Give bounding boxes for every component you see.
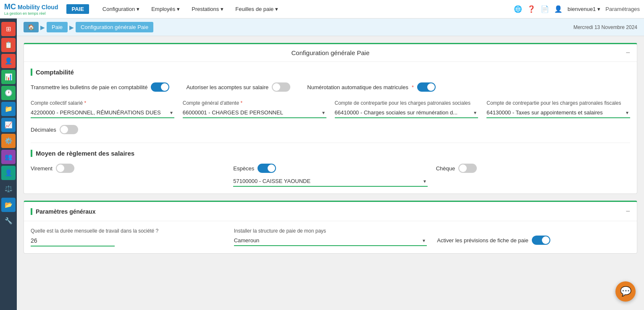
toggle-numerotation[interactable] bbox=[417, 82, 436, 92]
section-moyen-title: Moyen de règlement des salaires bbox=[31, 150, 630, 157]
logo-tagline: La gestion en temps réel bbox=[4, 11, 58, 16]
chevron-down-icon-3: ▾ bbox=[474, 110, 476, 116]
sidebar-item-9[interactable]: 👤 bbox=[1, 166, 16, 180]
card-header-parametres: Paramètres généraux − bbox=[24, 202, 637, 221]
toggle-virement[interactable] bbox=[56, 164, 74, 173]
structure-value: Cameroun bbox=[234, 237, 417, 244]
toggle-especes[interactable] bbox=[258, 164, 276, 173]
module-badge: PAIE bbox=[66, 4, 89, 14]
parametrages-link[interactable]: Paramétrages bbox=[605, 6, 640, 12]
compte-collectif-select[interactable]: 42200000 - PERSONNEL, RÉMUNÉRATIONS DUES… bbox=[31, 108, 174, 118]
moyen-reglement-grid: Virement Espèces bbox=[31, 164, 630, 187]
sidebar-item-4[interactable]: 🕐 bbox=[1, 86, 16, 100]
toggle-previsions[interactable] bbox=[532, 236, 550, 245]
chevron-down-icon-2: ▾ bbox=[322, 110, 325, 116]
compte-patronale-fiscales-select[interactable]: 64130000 - Taxes sur appointements et sa… bbox=[486, 108, 630, 118]
toggle-decimales[interactable] bbox=[60, 125, 78, 134]
sidebar-home[interactable]: ⊞ bbox=[1, 22, 16, 36]
previsions-label: Activer les prévisions de fiche de paie bbox=[437, 237, 528, 244]
main-content: 🏠 ▶ Paie ▶ Configuration générale Paie M… bbox=[17, 19, 644, 267]
duree-label: Quelle est la durée mensuelle de travail… bbox=[31, 228, 224, 234]
logo-mc: MC bbox=[4, 3, 16, 11]
toggle-autoriser[interactable] bbox=[272, 82, 290, 92]
compte-collectif-label: Compte collectif salarié * bbox=[31, 100, 174, 106]
cheque-label: Chèque bbox=[436, 165, 455, 172]
card-title: Configuration générale Paie bbox=[292, 49, 370, 56]
numerotation-required: * bbox=[412, 84, 414, 90]
cheque-toggle-row: Chèque bbox=[436, 164, 630, 173]
sidebar-item-8[interactable]: 👥 bbox=[1, 150, 16, 164]
doc-icon[interactable]: 📄 bbox=[541, 5, 549, 13]
toggle-numerotation-label: Numérotation automatique des matricules bbox=[307, 84, 408, 90]
sidebar-item-3[interactable]: 📊 bbox=[1, 70, 16, 84]
nav-configuration[interactable]: Configuration ▾ bbox=[97, 3, 145, 15]
section-divider bbox=[31, 143, 630, 143]
compte-patronale-fiscales-group: Compte de contrepartie pour les charges … bbox=[486, 100, 630, 118]
sidebar-item-2[interactable]: 👤 bbox=[1, 54, 16, 68]
breadcrumb-sep-1: ▶ bbox=[40, 24, 45, 31]
nav-feuilles-paie[interactable]: Feuilles de paie ▾ bbox=[230, 3, 283, 15]
compte-patronale-sociales-select[interactable]: 66410000 - Charges sociales sur rémunéra… bbox=[335, 108, 478, 118]
compte-patronale-fiscales-label: Compte de contrepartie pour les charges … bbox=[486, 100, 630, 106]
sidebar: ⊞ 📋 👤 📊 🕐 📁 📈 ⚙️ 👥 👤 ⚖️ 📂 🔧 bbox=[0, 19, 17, 267]
cheque-group: Chèque bbox=[436, 164, 630, 187]
breadcrumb-config[interactable]: Configuration générale Paie bbox=[76, 22, 153, 32]
sidebar-item-12[interactable]: 🔧 bbox=[1, 214, 16, 228]
selects-row-1: Compte collectif salarié * 42200000 - PE… bbox=[31, 100, 630, 118]
compte-patronale-sociales-value: 66410000 - Charges sociales sur rémunéra… bbox=[335, 109, 468, 116]
nav-right: 🌐 ❓ 📄 👤 bienvenue1 ▾ Paramétrages bbox=[514, 5, 640, 13]
user-menu[interactable]: bienvenue1 ▾ bbox=[568, 6, 600, 12]
card-body-parametres: Quelle est la durée mensuelle de travail… bbox=[24, 221, 637, 253]
card-parametres: Paramètres généraux − Quelle est la duré… bbox=[24, 201, 637, 254]
card-body-comptabilite: Comptabilité Transmettre les bulletins d… bbox=[24, 62, 637, 193]
sidebar-item-7[interactable]: ⚙️ bbox=[1, 134, 16, 148]
sidebar-item-6[interactable]: 📈 bbox=[1, 118, 16, 132]
nav-employes[interactable]: Employés ▾ bbox=[146, 3, 185, 15]
sidebar-item-1[interactable]: 📋 bbox=[1, 38, 16, 52]
sidebar-item-11[interactable]: 📂 bbox=[1, 198, 16, 212]
duree-input[interactable] bbox=[31, 236, 115, 246]
breadcrumb-home[interactable]: 🏠 bbox=[24, 22, 39, 32]
previsions-group: Activer les prévisions de fiche de paie bbox=[437, 236, 630, 245]
toggle-transmettre[interactable] bbox=[151, 82, 169, 92]
compte-patronale-fiscales-value: 64130000 - Taxes sur appointements et sa… bbox=[486, 109, 620, 116]
breadcrumb-paie[interactable]: Paie bbox=[47, 22, 68, 32]
nav-menu: Configuration ▾ Employés ▾ Prestations ▾… bbox=[97, 3, 514, 15]
nav-prestations[interactable]: Prestations ▾ bbox=[187, 3, 229, 15]
compte-attente-select[interactable]: 66000001 - CHARGES DE PERSONNEL ▾ bbox=[183, 108, 326, 118]
home-icon: 🏠 bbox=[28, 24, 34, 30]
compte-attente-value: 66000001 - CHARGES DE PERSONNEL bbox=[183, 109, 316, 116]
compte-patronale-sociales-label: Compte de contrepartie pour les charges … bbox=[335, 100, 478, 106]
logo-brand: Mobility Cloud bbox=[18, 4, 58, 11]
caisse-select[interactable]: 57100000 - CAISSE YAOUNDE ▾ bbox=[233, 176, 427, 187]
card-collapse-btn[interactable]: − bbox=[626, 48, 630, 57]
virement-label: Virement bbox=[31, 165, 53, 172]
especes-label: Espèces bbox=[233, 165, 254, 172]
decimales-label: Décimales bbox=[31, 127, 56, 133]
card-header-comptabilite: Configuration générale Paie − bbox=[24, 44, 637, 62]
sidebar-item-5[interactable]: 📁 bbox=[1, 102, 16, 116]
chevron-down-icon-1: ▾ bbox=[170, 110, 173, 116]
breadcrumb-bar: 🏠 ▶ Paie ▶ Configuration générale Paie M… bbox=[17, 19, 644, 36]
sidebar-item-10[interactable]: ⚖️ bbox=[1, 182, 16, 196]
logo: MC Mobility Cloud La gestion en temps ré… bbox=[4, 3, 58, 16]
compte-patronale-sociales-group: Compte de contrepartie pour les charges … bbox=[335, 100, 478, 118]
page-container: Configuration générale Paie − Comptabili… bbox=[17, 36, 644, 267]
help-icon[interactable]: ❓ bbox=[527, 5, 536, 13]
toggle-transmettre-label: Transmettre les bulletins de paie en com… bbox=[31, 84, 147, 90]
toggle-autoriser-group: Autoriser les acomptes sur salaire bbox=[186, 82, 290, 92]
card-collapse-btn-2[interactable]: − bbox=[626, 207, 630, 216]
chevron-down-icon-6: ▾ bbox=[423, 238, 425, 244]
user-icon[interactable]: 👤 bbox=[554, 5, 563, 13]
parametres-grid: Quelle est la durée mensuelle de travail… bbox=[31, 228, 630, 246]
toggle-transmettre-group: Transmettre les bulletins de paie en com… bbox=[31, 82, 169, 92]
structure-select[interactable]: Cameroun ▾ bbox=[234, 236, 427, 246]
globe-icon[interactable]: 🌐 bbox=[514, 5, 522, 13]
virement-toggle-row: Virement bbox=[31, 164, 225, 173]
duree-group: Quelle est la durée mensuelle de travail… bbox=[31, 228, 224, 246]
toggle-numerotation-group: Numérotation automatique des matricules … bbox=[307, 82, 436, 92]
toggle-cheque[interactable] bbox=[458, 164, 477, 173]
caisse-value: 57100000 - CAISSE YAOUNDE bbox=[233, 178, 417, 184]
section-parametres-title: Paramètres généraux bbox=[31, 208, 95, 215]
virement-group: Virement bbox=[31, 164, 225, 187]
